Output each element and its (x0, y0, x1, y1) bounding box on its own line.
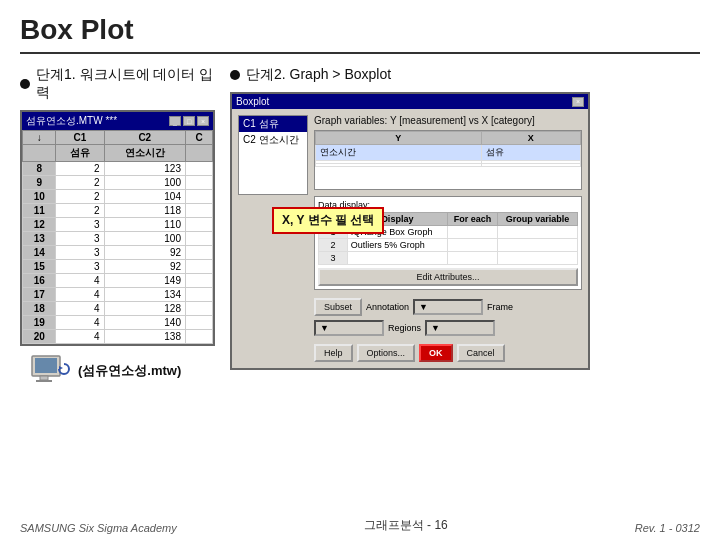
svg-rect-3 (36, 380, 52, 382)
cell-c (186, 218, 213, 232)
cell-c2: 118 (104, 204, 185, 218)
row-num: 16 (23, 274, 56, 288)
y-value[interactable]: 연소시간 (316, 145, 482, 161)
maximize-btn[interactable]: □ (183, 116, 195, 126)
bullet-icon (20, 79, 30, 89)
icon-area: (섬유연소성.mtw) (30, 354, 220, 388)
graph-vars-label: Graph variables: Y [measurement] vs X [c… (314, 115, 582, 126)
ok-btn[interactable]: OK (419, 344, 453, 362)
graph-var-box: Y X 연소시간 섬유 (314, 130, 582, 190)
xy-selector-label: X, Y 변수 필 선택 (272, 207, 384, 234)
cell-c2: 123 (104, 162, 185, 176)
cell-c2: 149 (104, 274, 185, 288)
data-display-row: 2 Outliers 5% Groph (319, 239, 578, 252)
options-btn[interactable]: Options... (357, 344, 416, 362)
footer: SAMSUNG Six Sigma Academy 그래프분석 - 16 Rev… (0, 509, 720, 540)
row-num: 14 (23, 246, 56, 260)
edit-attributes-btn[interactable]: Edit Attributes... (318, 268, 578, 286)
close-btn[interactable]: × (197, 116, 209, 126)
dd-item: 2 (319, 239, 348, 252)
row-num: 18 (23, 302, 56, 316)
cell-c (186, 330, 213, 344)
cell-c (186, 190, 213, 204)
left-column: 단계1. 워크시트에 데이터 입력 섬유연소성.MTW *** _ □ × ↓ … (20, 66, 220, 388)
cell-c2: 92 (104, 260, 185, 274)
dd-display (347, 252, 447, 265)
cell-c (186, 302, 213, 316)
cell-c1: 2 (56, 162, 104, 176)
col-header-c: C (186, 131, 213, 145)
row-num: 19 (23, 316, 56, 330)
cell-c2: 100 (104, 176, 185, 190)
cell-c1: 4 (56, 330, 104, 344)
dialog-variable-list[interactable]: C1 섬유 C2 연소시간 (238, 115, 308, 195)
x-row3 (481, 164, 580, 167)
cell-c1: 2 (56, 176, 104, 190)
footer-left: SAMSUNG Six Sigma Academy (20, 522, 177, 534)
step1-label: 단계1. 워크시트에 데이터 입력 (20, 66, 220, 102)
cell-c2: 128 (104, 302, 185, 316)
cell-c2: 100 (104, 232, 185, 246)
row-num: 12 (23, 218, 56, 232)
col-header-c1: C1 (56, 131, 104, 145)
table-row: 8 2 123 (23, 162, 213, 176)
dd-header-foreach: For each (447, 213, 497, 226)
data-table: ↓ C1 C2 C 섬유 연소시간 8 2 (22, 130, 213, 344)
table-row: 19 4 140 (23, 316, 213, 330)
x-value[interactable]: 섬유 (481, 145, 580, 161)
minimize-btn[interactable]: _ (169, 116, 181, 126)
table-row: 14 3 92 (23, 246, 213, 260)
help-btn[interactable]: Help (314, 344, 353, 362)
cell-c1: 2 (56, 190, 104, 204)
dialog-win-controls: × (572, 97, 584, 107)
regions-select[interactable]: ▼ (425, 320, 495, 336)
annotation-select[interactable]: ▼ (413, 299, 483, 315)
cancel-btn[interactable]: Cancel (457, 344, 505, 362)
table-row: 9 2 100 (23, 176, 213, 190)
cell-c1: 4 (56, 288, 104, 302)
list-item-c2[interactable]: C2 연소시간 (239, 132, 307, 148)
svg-rect-2 (40, 376, 48, 380)
cell-c1: 3 (56, 246, 104, 260)
cell-c (186, 316, 213, 330)
cell-c2: 104 (104, 190, 185, 204)
row-num: 11 (23, 204, 56, 218)
list-item-c1[interactable]: C1 섬유 (239, 116, 307, 132)
computer-icon (30, 354, 70, 388)
row-num: 9 (23, 176, 56, 190)
dd-header-groupvar: Group variable (498, 213, 578, 226)
cell-c (186, 274, 213, 288)
cell-c (186, 162, 213, 176)
dialog-lower-row: Subset Annotation ▼ Frame ▼ Regions ▼ (314, 298, 582, 336)
col-label-empty2 (186, 145, 213, 162)
table-row: 20 4 138 (23, 330, 213, 344)
col-header-row: ↓ (23, 131, 56, 145)
page-title: Box Plot (0, 0, 720, 52)
dialog-close-btn[interactable]: × (572, 97, 584, 107)
cell-c2: 110 (104, 218, 185, 232)
frame-label: Frame (487, 302, 513, 312)
dd-display: Outliers 5% Groph (347, 239, 447, 252)
dialog-action-row: Help Options... OK Cancel (314, 344, 582, 362)
table-row: 10 2 104 (23, 190, 213, 204)
cell-c (186, 176, 213, 190)
cell-c2: 134 (104, 288, 185, 302)
cell-c1: 4 (56, 302, 104, 316)
footer-center: 그래프분석 - 16 (364, 517, 448, 534)
row-num: 10 (23, 190, 56, 204)
cell-c1: 3 (56, 232, 104, 246)
subset-btn[interactable]: Subset (314, 298, 362, 316)
annotation-label: Annotation (366, 302, 409, 312)
frame-select[interactable]: ▼ (314, 320, 384, 336)
cell-c2: 138 (104, 330, 185, 344)
cell-c2: 140 (104, 316, 185, 330)
mtw-label: (섬유연소성.mtw) (78, 362, 181, 380)
cell-c (186, 260, 213, 274)
row-num: 8 (23, 162, 56, 176)
row-num: 15 (23, 260, 56, 274)
step2-bullet (230, 70, 240, 80)
table-row: 15 3 92 (23, 260, 213, 274)
y-header: Y (316, 132, 482, 145)
data-window-title: 섬유연소성.MTW *** (26, 114, 117, 128)
data-window-titlebar: 섬유연소성.MTW *** _ □ × (22, 112, 213, 130)
